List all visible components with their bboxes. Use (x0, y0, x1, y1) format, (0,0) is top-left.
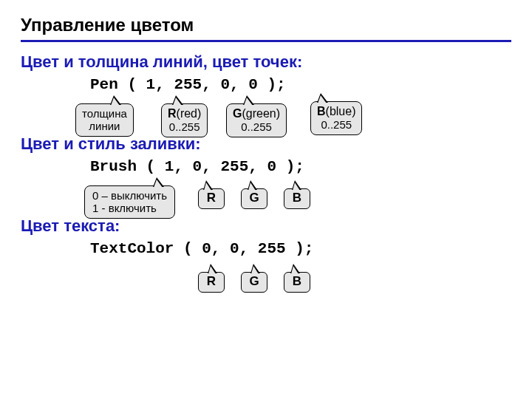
section1-code: Pen ( 1, 255, 0, 0 ); (90, 76, 511, 93)
section2-callouts: 0 – выключить 1 - включить R G B (21, 185, 511, 227)
callout-rest: (blue) (326, 105, 356, 117)
section1-callouts: толщина линии R(red) 0..255 G(green) 0..… (21, 103, 511, 145)
section2-code: Brush ( 1, 0, 255, 0 ); (90, 158, 511, 175)
callout-blue: B(blue) 0..255 (310, 101, 362, 135)
callout-g: G (241, 272, 267, 293)
slide-title: Управление цветом (21, 15, 511, 42)
callout-line: линии (89, 120, 120, 132)
callout-g: G (241, 188, 267, 209)
callout-green: G(green) 0..255 (226, 103, 287, 137)
callout-line: 0..255 (321, 118, 352, 131)
callout-thickness: толщина линии (75, 103, 134, 137)
callout-rest: (green) (242, 107, 280, 120)
callout-r: R (198, 272, 225, 293)
callout-line: 0..255 (169, 120, 200, 133)
callout-b: B (284, 188, 310, 209)
slide: Управление цветом Цвет и толщина линий, … (0, 0, 532, 399)
callout-line: 0 – выключить (92, 189, 167, 202)
callout-strong: B (317, 105, 326, 117)
callout-strong: G (233, 107, 242, 120)
section1-heading: Цвет и толщина линий, цвет точек: (21, 52, 511, 72)
callout-line: толщина (82, 107, 127, 120)
callout-b: B (284, 272, 310, 293)
section3-code: TextColor ( 0, 0, 255 ); (90, 240, 511, 257)
callout-red: R(red) 0..255 (161, 103, 208, 137)
callout-rest: (red) (177, 107, 202, 120)
callout-strong: R (168, 107, 177, 120)
callout-line: 0..255 (241, 120, 272, 133)
callout-r: R (198, 188, 225, 209)
callout-mode: 0 – выключить 1 - включить (84, 185, 175, 219)
callout-line: 1 - включить (92, 202, 157, 214)
section3-callouts: R G B (21, 267, 511, 304)
